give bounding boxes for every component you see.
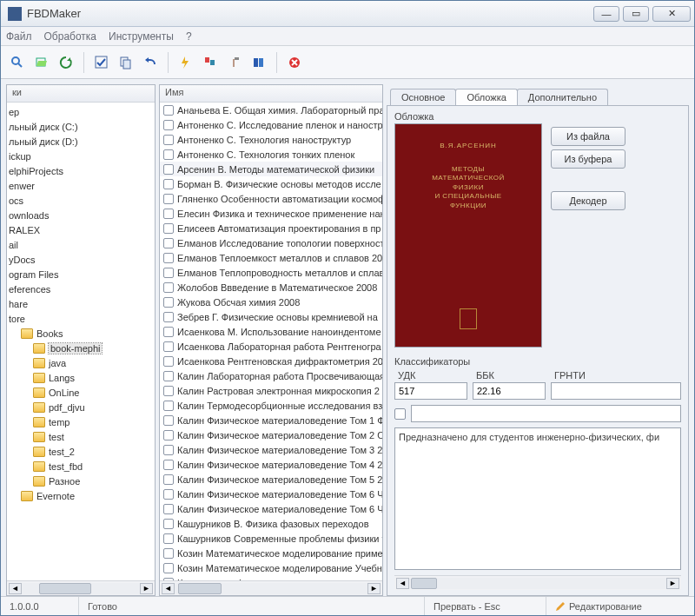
tree-item[interactable]: ер (7, 104, 155, 119)
file-row[interactable]: Калин Физическое материаловедение Том 2 … (160, 427, 382, 442)
file-checkbox[interactable] (163, 149, 174, 160)
file-checkbox[interactable] (163, 401, 174, 411)
extra-checkbox[interactable] (394, 408, 406, 420)
filelist-hscrollbar[interactable]: ◄► (160, 580, 382, 595)
description-hscrollbar[interactable]: ◄► (394, 575, 681, 590)
file-checkbox[interactable] (163, 223, 174, 234)
book-icon[interactable] (249, 53, 268, 72)
file-checkbox[interactable] (163, 563, 174, 573)
tree-item[interactable]: льный диск (D:) (7, 134, 155, 149)
file-checkbox[interactable] (163, 474, 174, 485)
tree-item[interactable]: OnLine (7, 385, 155, 400)
file-checkbox[interactable] (163, 120, 174, 130)
file-row[interactable]: Елисеев Автоматизация проектирования в п… (160, 221, 382, 235)
flags-icon[interactable] (201, 53, 220, 72)
tree-item[interactable]: pdf_djvu (7, 400, 155, 414)
bbk-input[interactable] (473, 382, 546, 400)
file-row[interactable]: Калин Физическое материаловедение Том 6 … (160, 487, 382, 501)
file-checkbox[interactable] (163, 548, 174, 559)
file-row[interactable]: Исаенкова Рентгеновская дифрактометрия 2… (160, 354, 382, 368)
from-file-button[interactable]: Из файла (551, 127, 626, 146)
file-checkbox[interactable] (163, 327, 174, 337)
file-row[interactable]: Калин Физическое материаловедение Том 4 … (160, 457, 382, 472)
tree-item[interactable]: test_2 (7, 444, 155, 459)
file-row[interactable]: Калин Физическое материаловедение Том 1 … (160, 413, 382, 427)
file-checkbox[interactable] (163, 504, 174, 514)
file-checkbox[interactable] (163, 445, 174, 455)
file-checkbox[interactable] (163, 253, 174, 263)
file-row[interactable]: Елманов Теплоемкост металлов и сплавов 2… (160, 250, 382, 265)
file-row[interactable]: Елесин Физика и техническое применение н… (160, 206, 382, 221)
file-row[interactable]: Калин Физическое материаловедение Том 5 … (160, 472, 382, 487)
tab-extra[interactable]: Дополнительно (517, 89, 608, 105)
undo-icon[interactable] (141, 53, 160, 72)
file-row[interactable]: Исаенкова М. Использование наноиндентоме (160, 324, 382, 339)
file-checkbox[interactable] (163, 135, 174, 145)
file-row[interactable]: Козин Математическое моделирование приме… (160, 546, 382, 560)
tree-item[interactable]: tore (7, 311, 155, 326)
menu-file[interactable]: Файл (6, 30, 32, 43)
description-box[interactable]: Предназначено для студентов инженерно-фи… (394, 427, 681, 570)
file-row[interactable]: Кондратенко Физика полупроводниковых пр (160, 575, 382, 580)
file-checkbox[interactable] (163, 341, 174, 352)
tree-item[interactable]: test (7, 429, 155, 444)
file-row[interactable]: Ананьева Е. Общая химия. Лабораторный пр… (160, 103, 382, 117)
file-checkbox[interactable] (163, 312, 174, 322)
maximize-button[interactable]: ▭ (623, 6, 649, 22)
tab-cover[interactable]: Обложка (455, 89, 517, 105)
hammer-icon[interactable] (225, 53, 244, 72)
file-row[interactable]: Антоненко С. Исследование пленок и нанос… (160, 117, 382, 132)
tree-item[interactable]: ownloads (7, 208, 155, 222)
tree-item[interactable]: ickup (7, 149, 155, 163)
file-row[interactable]: Арсенин В. Методы математической физики (160, 162, 382, 176)
cancel-icon[interactable] (285, 53, 304, 72)
decoder-button[interactable]: Декодер (551, 191, 626, 210)
file-row[interactable]: Елманов Теплопроводность металлов и спла… (160, 265, 382, 280)
tree-item[interactable]: test_fbd (7, 459, 155, 474)
open-icon[interactable] (32, 53, 51, 72)
tree-item[interactable]: Evernote (7, 488, 155, 503)
tab-main[interactable]: Основное (390, 89, 456, 105)
file-row[interactable]: Зебрев Г. Физические основы кремниевой н… (160, 309, 382, 324)
tree-item[interactable]: Разное (7, 474, 155, 488)
file-row[interactable]: Калин Термодесорбционные исследования вз… (160, 398, 382, 413)
udk-input[interactable] (394, 382, 467, 400)
menu-help[interactable]: ? (186, 30, 192, 43)
tree-item[interactable]: Books (7, 326, 155, 341)
file-checkbox[interactable] (163, 430, 174, 440)
file-checkbox[interactable] (163, 489, 174, 500)
file-checkbox[interactable] (163, 415, 174, 426)
tree-item[interactable]: hare (7, 296, 155, 311)
extra-input[interactable] (411, 405, 681, 422)
tree-item[interactable]: eferences (7, 282, 155, 296)
file-row[interactable]: Гляненко Особенности автоматизации космо… (160, 191, 382, 206)
file-row[interactable]: Жукова Обсчая химия 2008 (160, 295, 382, 309)
file-row[interactable]: Кашурников Современные проблемы физики т (160, 531, 382, 546)
tree-item[interactable]: ocs (7, 193, 155, 208)
tree-item[interactable]: book-mephi (7, 341, 155, 355)
file-checkbox[interactable] (163, 533, 174, 544)
file-checkbox[interactable] (163, 460, 174, 470)
file-checkbox[interactable] (163, 578, 174, 581)
tree-item[interactable]: temp (7, 414, 155, 429)
tree-hscrollbar[interactable]: ◄► (7, 580, 155, 595)
file-checkbox[interactable] (163, 282, 174, 293)
file-checkbox[interactable] (163, 519, 174, 529)
tree-item[interactable]: льный диск (C:) (7, 119, 155, 134)
from-buffer-button[interactable]: Из буфера (551, 149, 626, 169)
file-checkbox[interactable] (163, 179, 174, 189)
file-checkbox[interactable] (163, 164, 174, 175)
file-checkbox[interactable] (163, 105, 174, 116)
grnti-input[interactable] (551, 382, 681, 400)
file-list[interactable]: Ананьева Е. Общая химия. Лабораторный пр… (160, 103, 382, 580)
file-row[interactable]: Жолобов Ввведение в Математическое 2008 (160, 280, 382, 295)
file-checkbox[interactable] (163, 238, 174, 248)
tree-item[interactable]: RALEX (7, 222, 155, 237)
tree-item[interactable]: java (7, 355, 155, 370)
file-row[interactable]: Калин Физическое материаловедение Том 3 … (160, 442, 382, 457)
file-checkbox[interactable] (163, 297, 174, 308)
file-checkbox[interactable] (163, 371, 174, 381)
filelist-header[interactable]: Имя (160, 85, 382, 103)
tree-item[interactable]: elphiProjects (7, 163, 155, 178)
tree-item[interactable]: ogram Files (7, 267, 155, 282)
